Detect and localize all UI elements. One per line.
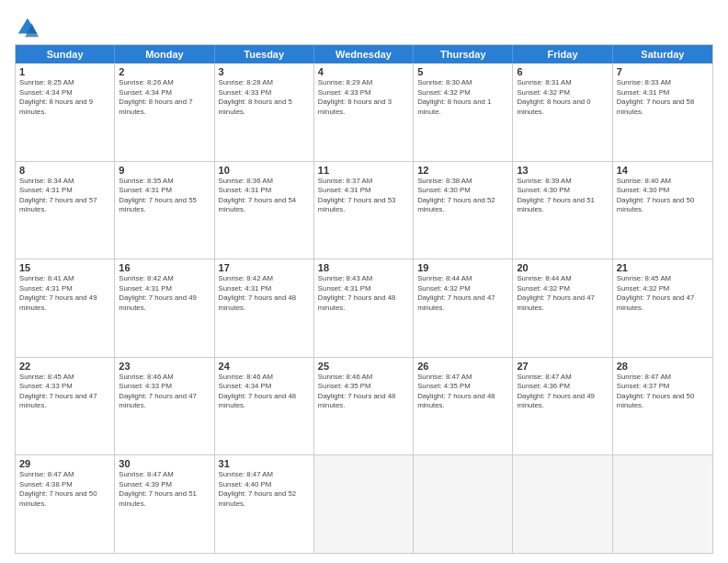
cell-info: Sunrise: 8:47 AMSunset: 4:37 PMDaylight:…	[617, 373, 695, 410]
calendar-cell: 18Sunrise: 8:43 AMSunset: 4:31 PMDayligh…	[314, 259, 414, 357]
cell-info: Sunrise: 8:31 AMSunset: 4:32 PMDaylight:…	[517, 78, 590, 116]
calendar-cell: 16Sunrise: 8:42 AMSunset: 4:31 PMDayligh…	[115, 259, 214, 357]
cell-info: Sunrise: 8:46 AMSunset: 4:34 PMDaylight:…	[219, 373, 297, 410]
day-number: 7	[617, 66, 709, 77]
calendar-cell: 11Sunrise: 8:37 AMSunset: 4:31 PMDayligh…	[314, 162, 414, 259]
calendar-cell: 15Sunrise: 8:41 AMSunset: 4:31 PMDayligh…	[16, 259, 115, 357]
calendar-cell: 10Sunrise: 8:36 AMSunset: 4:31 PMDayligh…	[215, 162, 314, 259]
calendar-cell: 7Sunrise: 8:33 AMSunset: 4:31 PMDaylight…	[613, 63, 712, 161]
day-number: 4	[318, 66, 409, 77]
cell-info: Sunrise: 8:33 AMSunset: 4:31 PMDaylight:…	[617, 78, 695, 116]
cell-info: Sunrise: 8:35 AMSunset: 4:31 PMDaylight:…	[119, 177, 197, 214]
day-number: 12	[417, 165, 508, 176]
calendar-header-cell: Monday	[115, 45, 214, 63]
cell-info: Sunrise: 8:45 AMSunset: 4:33 PMDaylight:…	[19, 373, 97, 410]
day-number: 2	[119, 66, 210, 77]
calendar-cell: 4Sunrise: 8:29 AMSunset: 4:33 PMDaylight…	[314, 63, 414, 161]
calendar-header-cell: Sunday	[16, 45, 115, 63]
calendar-cell: 5Sunrise: 8:30 AMSunset: 4:32 PMDaylight…	[414, 63, 513, 161]
page: SundayMondayTuesdayWednesdayThursdayFrid…	[0, 0, 728, 563]
cell-info: Sunrise: 8:47 AMSunset: 4:40 PMDaylight:…	[219, 470, 297, 508]
day-number: 25	[318, 361, 409, 372]
day-number: 18	[318, 262, 409, 273]
day-number: 23	[119, 361, 210, 372]
day-number: 10	[219, 165, 310, 176]
calendar-cell: 8Sunrise: 8:34 AMSunset: 4:31 PMDaylight…	[16, 162, 115, 259]
day-number: 6	[517, 66, 608, 77]
cell-info: Sunrise: 8:41 AMSunset: 4:31 PMDaylight:…	[19, 274, 97, 312]
calendar-cell: 17Sunrise: 8:42 AMSunset: 4:31 PMDayligh…	[215, 259, 314, 357]
cell-info: Sunrise: 8:44 AMSunset: 4:32 PMDaylight:…	[517, 274, 595, 312]
day-number: 22	[19, 361, 110, 372]
cell-info: Sunrise: 8:40 AMSunset: 4:30 PMDaylight:…	[617, 177, 695, 214]
cell-info: Sunrise: 8:43 AMSunset: 4:31 PMDaylight:…	[318, 274, 396, 312]
calendar-cell: 29Sunrise: 8:47 AMSunset: 4:38 PMDayligh…	[16, 455, 115, 553]
day-number: 15	[19, 262, 110, 273]
calendar-cell: 9Sunrise: 8:35 AMSunset: 4:31 PMDaylight…	[115, 162, 214, 259]
cell-info: Sunrise: 8:47 AMSunset: 4:38 PMDaylight:…	[19, 470, 97, 508]
logo	[15, 15, 44, 40]
cell-info: Sunrise: 8:45 AMSunset: 4:32 PMDaylight:…	[617, 274, 695, 312]
day-number: 26	[417, 361, 508, 372]
calendar-cell: 31Sunrise: 8:47 AMSunset: 4:40 PMDayligh…	[215, 455, 314, 553]
calendar-week: 1Sunrise: 8:25 AMSunset: 4:34 PMDaylight…	[16, 63, 712, 161]
day-number: 27	[517, 361, 608, 372]
logo-icon	[15, 15, 40, 40]
calendar-cell: 27Sunrise: 8:47 AMSunset: 4:36 PMDayligh…	[513, 358, 612, 455]
calendar-cell: 25Sunrise: 8:46 AMSunset: 4:35 PMDayligh…	[314, 358, 414, 455]
cell-info: Sunrise: 8:46 AMSunset: 4:33 PMDaylight:…	[119, 373, 197, 410]
calendar-cell: 20Sunrise: 8:44 AMSunset: 4:32 PMDayligh…	[513, 259, 612, 357]
day-number: 30	[119, 458, 210, 469]
cell-info: Sunrise: 8:34 AMSunset: 4:31 PMDaylight:…	[19, 177, 97, 214]
day-number: 28	[617, 361, 709, 372]
calendar-cell	[613, 455, 712, 553]
calendar-header-row: SundayMondayTuesdayWednesdayThursdayFrid…	[16, 45, 712, 63]
calendar-cell: 12Sunrise: 8:38 AMSunset: 4:30 PMDayligh…	[414, 162, 513, 259]
day-number: 29	[19, 458, 110, 469]
calendar-week: 15Sunrise: 8:41 AMSunset: 4:31 PMDayligh…	[16, 259, 712, 357]
day-number: 9	[119, 165, 210, 176]
cell-info: Sunrise: 8:42 AMSunset: 4:31 PMDaylight:…	[119, 274, 197, 312]
day-number: 24	[219, 361, 310, 372]
calendar-cell: 19Sunrise: 8:44 AMSunset: 4:32 PMDayligh…	[414, 259, 513, 357]
cell-info: Sunrise: 8:39 AMSunset: 4:30 PMDaylight:…	[517, 177, 595, 214]
calendar-header-cell: Tuesday	[215, 45, 314, 63]
calendar-cell	[414, 455, 513, 553]
calendar-week: 29Sunrise: 8:47 AMSunset: 4:38 PMDayligh…	[16, 454, 712, 553]
calendar-header-cell: Friday	[513, 45, 612, 63]
calendar-cell: 1Sunrise: 8:25 AMSunset: 4:34 PMDaylight…	[16, 63, 115, 161]
calendar-cell: 14Sunrise: 8:40 AMSunset: 4:30 PMDayligh…	[613, 162, 712, 259]
calendar-cell: 23Sunrise: 8:46 AMSunset: 4:33 PMDayligh…	[115, 358, 214, 455]
cell-info: Sunrise: 8:30 AMSunset: 4:32 PMDaylight:…	[417, 78, 491, 116]
day-number: 11	[318, 165, 409, 176]
calendar-cell: 13Sunrise: 8:39 AMSunset: 4:30 PMDayligh…	[513, 162, 612, 259]
day-number: 1	[19, 66, 110, 77]
calendar: SundayMondayTuesdayWednesdayThursdayFrid…	[15, 44, 713, 554]
cell-info: Sunrise: 8:28 AMSunset: 4:33 PMDaylight:…	[219, 78, 292, 116]
cell-info: Sunrise: 8:29 AMSunset: 4:33 PMDaylight:…	[318, 78, 392, 116]
day-number: 5	[417, 66, 508, 77]
cell-info: Sunrise: 8:25 AMSunset: 4:34 PMDaylight:…	[19, 78, 93, 116]
calendar-header-cell: Thursday	[414, 45, 513, 63]
cell-info: Sunrise: 8:47 AMSunset: 4:35 PMDaylight:…	[417, 373, 495, 410]
day-number: 31	[219, 458, 310, 469]
calendar-cell: 21Sunrise: 8:45 AMSunset: 4:32 PMDayligh…	[613, 259, 712, 357]
cell-info: Sunrise: 8:44 AMSunset: 4:32 PMDaylight:…	[417, 274, 495, 312]
calendar-cell: 24Sunrise: 8:46 AMSunset: 4:34 PMDayligh…	[215, 358, 314, 455]
cell-info: Sunrise: 8:38 AMSunset: 4:30 PMDaylight:…	[417, 177, 495, 214]
calendar-cell	[314, 455, 414, 553]
cell-info: Sunrise: 8:26 AMSunset: 4:34 PMDaylight:…	[119, 78, 192, 116]
day-number: 14	[617, 165, 709, 176]
cell-info: Sunrise: 8:37 AMSunset: 4:31 PMDaylight:…	[318, 177, 396, 214]
day-number: 16	[119, 262, 210, 273]
day-number: 13	[517, 165, 608, 176]
day-number: 17	[219, 262, 310, 273]
header	[15, 11, 713, 40]
calendar-week: 22Sunrise: 8:45 AMSunset: 4:33 PMDayligh…	[16, 357, 712, 455]
cell-info: Sunrise: 8:42 AMSunset: 4:31 PMDaylight:…	[219, 274, 297, 312]
calendar-cell	[513, 455, 612, 553]
day-number: 20	[517, 262, 608, 273]
calendar-cell: 3Sunrise: 8:28 AMSunset: 4:33 PMDaylight…	[215, 63, 314, 161]
day-number: 3	[219, 66, 310, 77]
calendar-cell: 26Sunrise: 8:47 AMSunset: 4:35 PMDayligh…	[414, 358, 513, 455]
